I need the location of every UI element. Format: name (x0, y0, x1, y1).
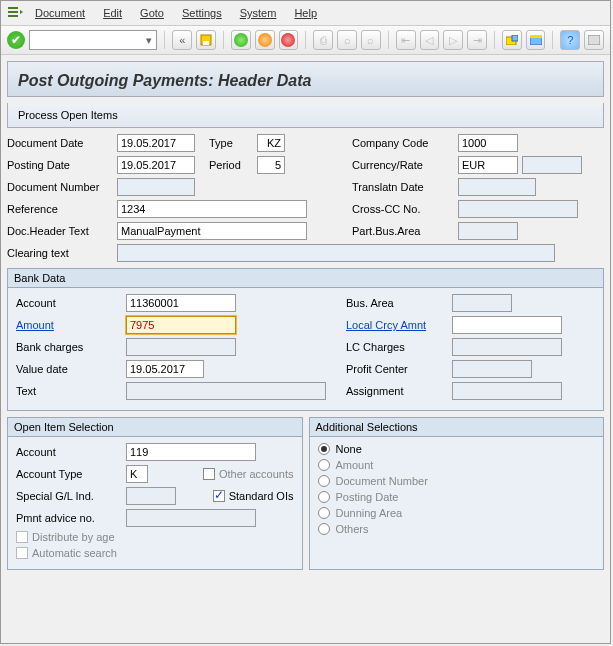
distribute-checkbox (16, 531, 28, 543)
reference-input[interactable] (117, 200, 307, 218)
posting-date-input[interactable] (117, 156, 195, 174)
profit-center-label: Profit Center (346, 363, 452, 375)
bank-charges-label: Bank charges (16, 341, 126, 353)
pmnt-advice-input[interactable] (126, 509, 256, 527)
period-input[interactable] (257, 156, 285, 174)
standard-oi-checkbox[interactable] (213, 490, 225, 502)
new-session-icon[interactable] (502, 30, 522, 50)
first-page-icon[interactable]: ⇤ (396, 30, 416, 50)
company-code-input[interactable] (458, 134, 518, 152)
find-icon[interactable]: ⌕ (337, 30, 357, 50)
clearing-text-input[interactable] (117, 244, 555, 262)
rate-input[interactable] (522, 156, 582, 174)
currency-input[interactable] (458, 156, 518, 174)
clearing-text-label: Clearing text (7, 247, 117, 259)
bank-data-title: Bank Data (8, 269, 603, 288)
radio-dunning[interactable] (318, 507, 330, 519)
menubar: Document Edit Goto Settings System Help (1, 1, 610, 26)
find-next-icon[interactable]: ⌕ (361, 30, 381, 50)
reference-label: Reference (7, 203, 117, 215)
layout-icon[interactable] (526, 30, 546, 50)
busarea-input[interactable] (452, 294, 512, 312)
other-accounts-label: Other accounts (219, 468, 294, 480)
sgl-label: Special G/L Ind. (16, 490, 126, 502)
bank-charges-input[interactable] (126, 338, 236, 356)
svg-rect-1 (203, 41, 209, 45)
crosscc-label: Cross-CC No. (352, 203, 458, 215)
svg-rect-5 (530, 35, 542, 38)
lc-charges-input[interactable] (452, 338, 562, 356)
bank-text-input[interactable] (126, 382, 326, 400)
open-item-title: Open Item Selection (8, 418, 302, 437)
bank-account-label: Account (16, 297, 126, 309)
autosearch-label: Automatic search (32, 547, 117, 559)
header-text-input[interactable] (117, 222, 307, 240)
radio-others[interactable] (318, 523, 330, 535)
menu-goto[interactable]: Goto (140, 7, 164, 19)
assignment-input[interactable] (452, 382, 562, 400)
partbus-input[interactable] (458, 222, 518, 240)
radio-none[interactable] (318, 443, 330, 455)
amount-label[interactable]: Amount (16, 319, 126, 331)
translatn-date-input[interactable] (458, 178, 536, 196)
radio-others-label: Others (336, 523, 369, 535)
value-date-input[interactable] (126, 360, 204, 378)
form-area: Document Date Type Company Code Posting … (7, 134, 604, 570)
radio-postdate-label: Posting Date (336, 491, 399, 503)
document-date-label: Document Date (7, 137, 117, 149)
help-icon[interactable]: ? (560, 30, 580, 50)
local-amount-input[interactable] (452, 316, 562, 334)
nav-exit-icon[interactable] (255, 30, 275, 50)
menu-settings[interactable]: Settings (182, 7, 222, 19)
bank-account-input[interactable] (126, 294, 236, 312)
last-page-icon[interactable]: ⇥ (467, 30, 487, 50)
addsel-title: Additional Selections (310, 418, 604, 437)
save-icon[interactable] (196, 30, 216, 50)
radio-amount[interactable] (318, 459, 330, 471)
bank-text-label: Text (16, 385, 126, 397)
amount-input[interactable] (126, 316, 236, 334)
additional-selections-group: Additional Selections None Amount Docume… (309, 417, 605, 570)
back-icon[interactable]: « (172, 30, 192, 50)
profit-center-input[interactable] (452, 360, 532, 378)
other-accounts-checkbox[interactable] (203, 468, 215, 480)
posting-date-label: Posting Date (7, 159, 117, 171)
next-page-icon[interactable]: ▷ (443, 30, 463, 50)
radio-postdate[interactable] (318, 491, 330, 503)
company-code-label: Company Code (352, 137, 458, 149)
nav-back-icon[interactable] (231, 30, 251, 50)
screen-title: Post Outgoing Payments: Header Data (18, 72, 593, 90)
sgl-input[interactable] (126, 487, 176, 505)
prev-page-icon[interactable]: ◁ (420, 30, 440, 50)
document-date-input[interactable] (117, 134, 195, 152)
radio-docnum[interactable] (318, 475, 330, 487)
type-input[interactable] (257, 134, 285, 152)
print-icon[interactable]: ⎙ (313, 30, 333, 50)
menu-edit[interactable]: Edit (103, 7, 122, 19)
menu-help[interactable]: Help (294, 7, 317, 19)
crosscc-input[interactable] (458, 200, 578, 218)
menu-document[interactable]: Document (35, 7, 85, 19)
sap-menu-icon[interactable] (7, 5, 23, 21)
menu-system[interactable]: System (240, 7, 277, 19)
docnum-input[interactable] (117, 178, 195, 196)
radio-docnum-label: Document Number (336, 475, 428, 487)
local-amount-label[interactable]: Local Crcy Amnt (346, 319, 452, 331)
open-item-group: Open Item Selection Account Account Type… (7, 417, 303, 570)
distribute-label: Distribute by age (32, 531, 115, 543)
lc-charges-label: LC Charges (346, 341, 452, 353)
oi-accttype-input[interactable] (126, 465, 148, 483)
command-field[interactable]: ▾ (29, 30, 158, 50)
svg-rect-6 (588, 35, 600, 45)
assignment-label: Assignment (346, 385, 452, 397)
app-toolbar: Process Open Items (7, 103, 604, 128)
enter-icon[interactable]: ✔ (7, 31, 25, 49)
period-label: Period (209, 159, 257, 171)
settings-icon[interactable] (584, 30, 604, 50)
partbus-label: Part.Bus.Area (352, 225, 458, 237)
radio-amount-label: Amount (336, 459, 374, 471)
oi-account-input[interactable] (126, 443, 256, 461)
nav-cancel-icon[interactable] (279, 30, 299, 50)
process-open-items-button[interactable]: Process Open Items (18, 109, 118, 121)
pmnt-advice-label: Pmnt advice no. (16, 512, 126, 524)
